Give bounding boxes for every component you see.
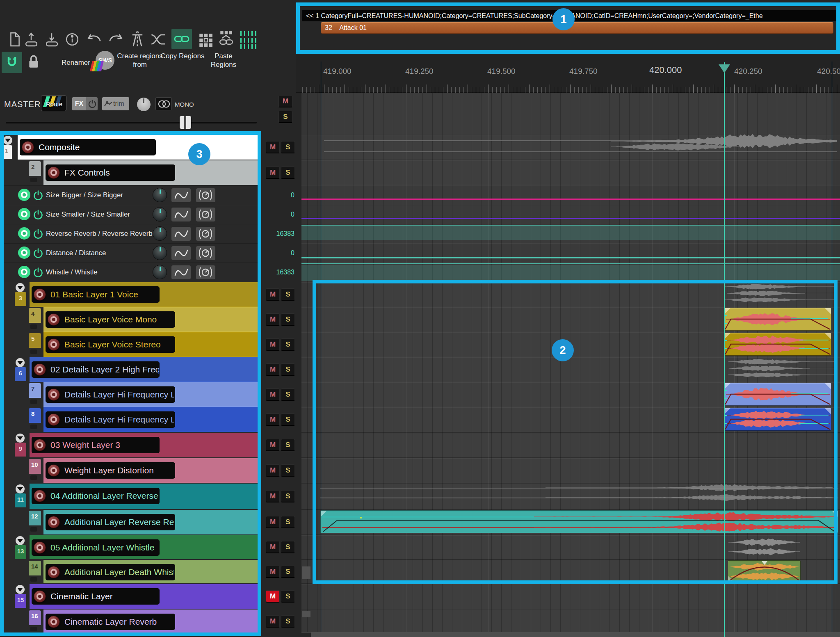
track-12-solo-button[interactable]: S: [281, 516, 295, 528]
track-9-mute-button[interactable]: M: [266, 439, 280, 451]
grid-regions-icon[interactable]: [198, 31, 213, 48]
snap-magnet-button[interactable]: [2, 52, 22, 73]
crossfade-icon[interactable]: [150, 31, 167, 48]
track-13-mute-button[interactable]: M: [266, 541, 280, 553]
envelope-value[interactable]: 16383: [265, 263, 294, 282]
track-9-solo-button[interactable]: S: [281, 439, 295, 451]
master-mono-label: MONO: [175, 101, 194, 108]
ruler-tick-label: 420.000: [649, 65, 682, 75]
paste-regions-icon[interactable]: [218, 30, 235, 48]
lock-icon[interactable]: [26, 53, 41, 70]
envelope-fill: [301, 265, 840, 281]
reaper-window: Renamer SWS Create regions from Copy Reg…: [0, 0, 840, 637]
track-16-mute-button[interactable]: M: [266, 615, 280, 628]
track-14-mute-button[interactable]: M: [266, 566, 280, 578]
track-3-solo-button[interactable]: S: [281, 288, 295, 301]
track-5-mute-button[interactable]: M: [266, 338, 280, 351]
track-15-solo-button[interactable]: S: [281, 590, 295, 603]
track-3-mute-button[interactable]: M: [266, 288, 280, 301]
fx-power-icon: [88, 99, 97, 108]
bottom-scrollbar[interactable]: [311, 632, 840, 637]
ruler-tick-label: 420.50: [817, 67, 840, 76]
copy-regions-label: Copy Regions: [160, 52, 205, 60]
track-13-solo-button[interactable]: S: [281, 541, 295, 553]
track-6-mute-button[interactable]: M: [266, 363, 280, 376]
track-6-solo-button[interactable]: S: [281, 363, 295, 376]
trim-envelope-icon: [104, 100, 112, 107]
waveform: [611, 142, 742, 151]
track-10-solo-button[interactable]: S: [281, 464, 295, 477]
waveform-line: [301, 218, 840, 219]
ruler-tick-label: 419.250: [405, 67, 434, 76]
track-15-mute-button[interactable]: M: [266, 590, 280, 603]
waveform-line: [324, 151, 837, 152]
master-volume-fader-handle[interactable]: [180, 116, 191, 129]
toolbar: Renamer SWS Create regions from Copy Reg…: [0, 0, 296, 93]
track-4-solo-button[interactable]: S: [281, 313, 295, 326]
waveform-line: [301, 257, 840, 258]
track-10-mute-button[interactable]: M: [266, 464, 280, 477]
track-12-mute-button[interactable]: M: [266, 516, 280, 528]
ruler-minor-ticks: [301, 87, 840, 93]
save-as-icon[interactable]: [24, 31, 39, 48]
track-2-solo-button[interactable]: S: [281, 167, 295, 179]
envelope-value[interactable]: 0: [265, 205, 294, 224]
track-4-mute-button[interactable]: M: [266, 313, 280, 326]
waveform-line: [301, 199, 840, 200]
master-trim-text: trim: [113, 97, 124, 110]
track-2-mute-button[interactable]: M: [266, 167, 280, 179]
master-fx-button[interactable]: FX: [72, 97, 98, 110]
track-8-solo-button[interactable]: S: [281, 413, 295, 426]
save-icon[interactable]: [44, 31, 59, 48]
redo-icon[interactable]: [107, 31, 124, 48]
envelope-fill: [301, 226, 840, 240]
track-11-mute-button[interactable]: M: [266, 490, 280, 502]
new-file-icon[interactable]: [7, 31, 22, 48]
envelope-value[interactable]: 0: [265, 243, 294, 263]
master-solo-button[interactable]: S: [278, 111, 292, 123]
road-region-icon[interactable]: [130, 31, 145, 48]
master-route-button[interactable]: Route: [41, 95, 66, 111]
master-track-label: MASTER: [4, 100, 41, 109]
waveform-line: [301, 225, 840, 226]
paste-regions-label: Paste Regions: [201, 52, 246, 69]
track-5-solo-button[interactable]: S: [281, 338, 295, 351]
v-scrollbar-segment[interactable]: [302, 566, 310, 579]
ruler-tick-label: 420.250: [734, 67, 762, 76]
envelope-value[interactable]: 0: [265, 185, 294, 205]
master-mute-button[interactable]: M: [278, 95, 292, 107]
track-16-solo-button[interactable]: S: [281, 615, 295, 628]
grid-bars-icon[interactable]: [240, 30, 258, 49]
ruler-tick-label: 419.500: [487, 67, 516, 76]
master-fx-text: FX: [72, 97, 86, 110]
playhead-marker[interactable]: [719, 64, 730, 73]
v-scrollbar-segment[interactable]: [302, 611, 310, 617]
track-11-solo-button[interactable]: S: [281, 490, 295, 502]
annotation-circle-1: 1: [552, 8, 575, 30]
ruler-tick-label: 419.750: [569, 67, 598, 76]
envelope-value[interactable]: 16383: [265, 224, 294, 243]
track-1-solo-button[interactable]: S: [281, 141, 295, 153]
ruler-tick-label: 419.000: [323, 67, 352, 76]
waveform-line: [301, 263, 840, 264]
master-volume-fader-track[interactable]: [6, 122, 257, 123]
link-items-button[interactable]: [171, 29, 192, 49]
track-8-mute-button[interactable]: M: [266, 413, 280, 426]
track-7-solo-button[interactable]: S: [281, 388, 295, 401]
annotation-circle-3: 3: [188, 143, 210, 165]
create-regions-label: Create regions from: [115, 52, 165, 69]
annotation-box-3: [0, 131, 261, 636]
master-mono-button[interactable]: [155, 97, 172, 110]
info-icon[interactable]: [65, 31, 80, 48]
annotation-box-2: [313, 280, 838, 584]
master-trim-button[interactable]: trim: [102, 97, 129, 110]
track-1-mute-button[interactable]: M: [266, 141, 280, 153]
master-pan-knob[interactable]: [137, 98, 151, 111]
undo-icon[interactable]: [86, 31, 103, 48]
track-7-mute-button[interactable]: M: [266, 388, 280, 401]
sws-rainbow-icon: [90, 61, 104, 71]
annotation-circle-2: 2: [552, 339, 574, 361]
track-14-solo-button[interactable]: S: [281, 566, 295, 578]
master-route-text: Route: [41, 100, 66, 107]
knob-tick: [143, 98, 144, 103]
